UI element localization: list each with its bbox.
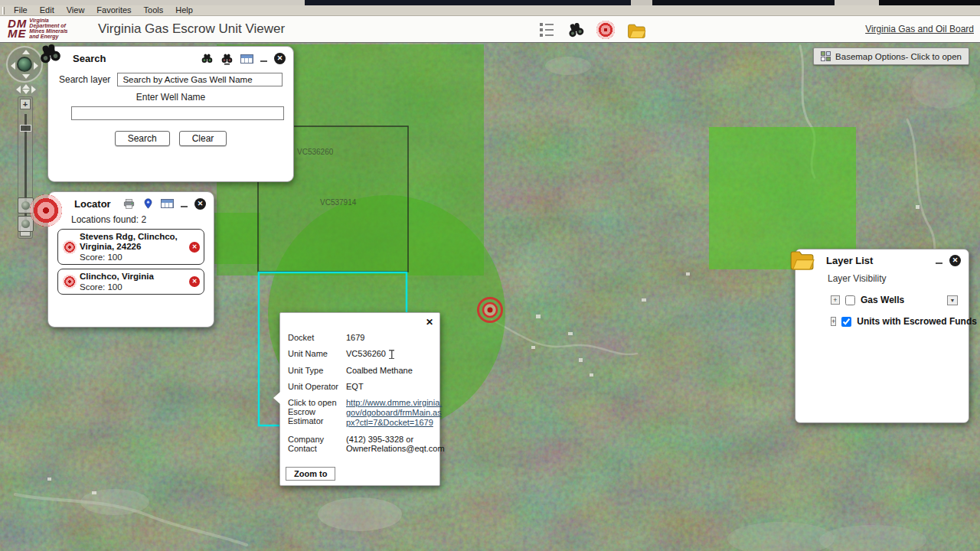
field-value: EQT	[346, 382, 445, 391]
field-label: Unit Type	[288, 366, 346, 375]
search-panel-title: Search	[73, 53, 106, 64]
dmme-logo: DMME Virginia Department of Mines Minera…	[8, 18, 68, 39]
field-label: Docket	[288, 333, 346, 342]
zoom-handle[interactable]	[20, 125, 31, 132]
pan-west-icon[interactable]	[11, 62, 15, 70]
toolbar-grip	[2, 7, 5, 15]
result-score: Score: 100	[80, 253, 187, 262]
menu-edit[interactable]: Edit	[34, 5, 60, 15]
field-label: Unit Operator	[288, 382, 346, 391]
pan-east-icon[interactable]	[34, 62, 38, 70]
search-clear-graphics-icon[interactable]	[220, 52, 234, 65]
locations-found-status: Locations found: 2	[71, 214, 214, 225]
gas-wells-checkbox[interactable]	[845, 295, 855, 305]
layer-options-icon[interactable]: ▼	[947, 295, 958, 305]
search-tool-icon[interactable]	[567, 21, 585, 39]
locator-results-table-icon[interactable]	[161, 199, 174, 208]
menu-view[interactable]: View	[60, 5, 91, 15]
locator-minimize-icon[interactable]	[181, 199, 188, 209]
search-layer-select[interactable]: Search by Active Gas Well Name	[117, 73, 283, 86]
nudge-pad[interactable]	[15, 83, 38, 95]
field-value: 1679	[346, 333, 445, 342]
layer-list-tool-icon[interactable]	[626, 21, 646, 39]
company-contact-label: Company Contact	[288, 435, 346, 453]
nudge-right-icon[interactable]	[31, 86, 36, 93]
layer-list-panel: Layer List ✕ Layer Visibility + Gas Well…	[795, 249, 969, 423]
menu-file[interactable]: File	[8, 5, 34, 15]
field-value: Coalbed Methane	[346, 366, 445, 375]
basemap-options-label: Basemap Options- Click to open	[835, 52, 962, 61]
search-results-table-icon[interactable]	[240, 54, 253, 64]
result-name: Clinchco, Virginia	[80, 272, 187, 282]
pan-south-icon[interactable]	[22, 74, 30, 79]
print-icon[interactable]	[122, 198, 136, 210]
locator-result-item[interactable]: Clinchco, Virginia Score: 100 ✕	[57, 269, 204, 295]
locator-tool-icon[interactable]	[596, 21, 615, 39]
menu-tools[interactable]: Tools	[138, 5, 170, 15]
remove-result-icon[interactable]: ✕	[189, 242, 200, 253]
zoom-to-button[interactable]: Zoom to	[286, 467, 335, 481]
locator-result-item[interactable]: Stevens Rdg, Clinchco, Virginia, 24226 S…	[57, 229, 204, 265]
pan-north-icon[interactable]	[22, 50, 30, 54]
popup-close-icon[interactable]: ✕	[426, 317, 433, 328]
field-label: Unit Name	[288, 349, 346, 359]
menu-bar: File Edit View Favorites Tools Help	[0, 5, 980, 16]
gas-oil-board-link[interactable]: Virginia Gas and Oil Board	[865, 24, 974, 34]
search-close-icon[interactable]: ✕	[274, 53, 286, 64]
remove-result-icon[interactable]: ✕	[189, 276, 200, 287]
locator-panel-title: Locator	[74, 198, 111, 210]
header-toolbar	[540, 19, 646, 41]
search-button[interactable]: Search	[115, 131, 170, 146]
text-cursor-icon	[389, 350, 394, 359]
zoom-in-button[interactable]: +	[20, 99, 31, 109]
nudge-down-icon[interactable]	[22, 90, 30, 94]
search-minimize-icon[interactable]	[260, 54, 267, 64]
page-title: Virginia Gas Escrow Unit Viewer	[98, 21, 285, 37]
result-target-icon	[63, 275, 77, 289]
expand-layer-icon[interactable]: +	[831, 317, 836, 326]
dmme-logo-letters: DMME	[8, 18, 27, 38]
menu-favorites[interactable]: Favorites	[90, 5, 137, 15]
map-canvas[interactable]: VC536260 VC537914 + −	[0, 43, 980, 551]
legend-tool-icon[interactable]	[540, 22, 555, 37]
search-panel: Search ✕ Search layer Search by Active G…	[47, 46, 294, 182]
dmme-org-text: Virginia Department of Mines Minerals an…	[29, 18, 67, 39]
layer-minimize-icon[interactable]	[936, 256, 942, 266]
locator-panel-corner-target-icon[interactable]	[30, 194, 62, 227]
clear-button[interactable]: Clear	[179, 131, 227, 146]
field-value: VC536260	[346, 349, 445, 359]
locator-panel-titlebar[interactable]: Locator ✕	[48, 192, 214, 211]
well-name-label: Enter Well Name	[48, 92, 293, 103]
escrowed-units-checkbox[interactable]	[841, 317, 851, 327]
locator-close-icon[interactable]: ✕	[194, 198, 206, 210]
nudge-left-icon[interactable]	[16, 86, 21, 93]
app-header: DMME Virginia Department of Mines Minera…	[0, 16, 980, 43]
basemap-options-button[interactable]: Basemap Options- Click to open	[813, 47, 969, 65]
expand-layer-icon[interactable]: +	[831, 295, 840, 305]
company-contact-value: (412) 395-3328 or OwnerRelations@eqt.com	[346, 435, 445, 453]
feature-popup: ✕ Docket 1679 Unit Name VC536260 Unit Ty…	[279, 312, 440, 486]
unit-label: VC537914	[320, 198, 357, 207]
layer-label: Gas Wells	[861, 295, 942, 305]
layer-panel-titlebar[interactable]: Layer List ✕	[795, 249, 969, 268]
result-name: Stevens Rdg, Clinchco, Virginia, 24226	[80, 232, 187, 252]
layer-label: Units with Escrowed Funds	[857, 316, 977, 327]
layer-panel-corner-folder-icon[interactable]	[788, 246, 815, 271]
locator-panel: Locator ✕ Locations found: 2	[47, 191, 214, 328]
well-name-input[interactable]	[71, 106, 284, 120]
search-panel-titlebar[interactable]: Search ✕	[48, 47, 293, 67]
globe-icon[interactable]	[17, 57, 32, 72]
layer-panel-title: Layer List	[826, 255, 873, 266]
escrow-estimator-link[interactable]: http://www.dmme.virginia.gov/dgoboard/fr…	[346, 398, 445, 428]
basemap-grid-icon	[821, 51, 831, 61]
layer-row-escrowed-units: + Units with Escrowed Funds ▼	[831, 316, 958, 327]
search-refresh-icon[interactable]	[201, 52, 214, 65]
popup-tail	[273, 392, 280, 404]
escrow-estimator-label: Click to open Escrow Estimator	[288, 398, 346, 428]
nudge-up-icon[interactable]	[22, 84, 30, 89]
pushpin-icon[interactable]	[142, 197, 154, 210]
menu-help[interactable]: Help	[169, 5, 199, 15]
search-layer-label: Search layer	[59, 74, 110, 85]
layer-visibility-label: Layer Visibility	[828, 273, 969, 284]
layer-close-icon[interactable]: ✕	[949, 255, 961, 266]
